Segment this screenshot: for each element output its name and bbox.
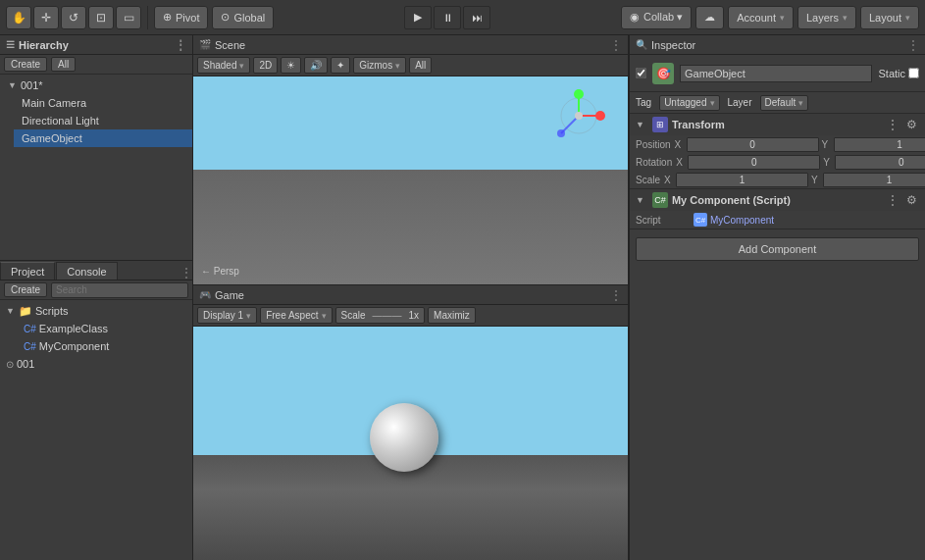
rotation-x-field: X <box>676 155 820 170</box>
tab-project[interactable]: Project <box>0 262 55 280</box>
transform-menu-btn[interactable]: ⋮ <box>885 118 900 131</box>
scale-x-input[interactable] <box>676 173 808 187</box>
static-label: Static <box>878 68 905 79</box>
position-xyz: X Y Z <box>675 137 925 152</box>
hierarchy-header: ☰ Hierarchy ⋮ <box>0 35 192 55</box>
cloud-icon: ☁ <box>704 11 715 24</box>
hierarchy-item-main-camera[interactable]: Main Camera <box>14 94 192 112</box>
play-btn[interactable]: ▶ <box>404 6 432 29</box>
audio-btn[interactable]: 🔊 <box>304 57 328 74</box>
playmode-controls: ▶ ⏸ ⏭ <box>404 6 490 29</box>
inspector-menu-btn[interactable]: ⋮ <box>907 38 919 52</box>
rotation-label: Rotation <box>636 157 672 168</box>
transform-settings-btn[interactable]: ⚙ <box>904 118 919 131</box>
game-header: 🎮 Game ⋮ <box>193 285 628 305</box>
aspect-dropdown[interactable]: Free Aspect ▾ <box>260 307 332 324</box>
rotation-y-field: Y <box>823 155 925 170</box>
script-name[interactable]: MyComponent <box>710 215 774 226</box>
scale-y-input[interactable] <box>823 173 925 187</box>
add-component-btn[interactable]: Add Component <box>636 237 919 261</box>
effects-btn[interactable]: ✦ <box>331 57 350 74</box>
global-dropdown[interactable]: ⊙ Global <box>212 6 274 29</box>
hierarchy-all-btn[interactable]: All <box>51 57 76 72</box>
step-btn[interactable]: ⏭ <box>463 6 490 29</box>
my-component-settings-btn[interactable]: ⚙ <box>904 193 919 207</box>
inspector-gameobject-row: 🎯 Static <box>630 55 925 92</box>
rotate-tool-btn[interactable]: ↺ <box>61 6 86 29</box>
project-create-btn[interactable]: Create <box>4 282 47 297</box>
rotation-x-input[interactable] <box>688 155 820 170</box>
scene-persp-label: ← Persp <box>201 266 239 277</box>
exampleclass-icon: C# <box>24 324 36 334</box>
gameobject-icon: 🎯 <box>652 63 674 84</box>
tag-label: Tag <box>636 97 651 108</box>
layout-dropdown[interactable]: Layout ▾ <box>860 6 919 29</box>
main-area: ☰ Hierarchy ⋮ Create All ▼ 001* Main Cam… <box>0 35 925 560</box>
project-menu-btn[interactable]: ⋮ <box>180 266 192 280</box>
game-view-panel: 🎮 Game ⋮ Display 1 ▾ Free Aspect ▾ Scale… <box>193 285 628 560</box>
collab-dropdown[interactable]: ◉ Collab ▾ <box>621 6 692 29</box>
scene-all-btn[interactable]: All <box>409 57 432 74</box>
2d-toggle[interactable]: 2D <box>253 57 278 74</box>
rotation-y-input[interactable] <box>835 155 925 170</box>
gizmos-dropdown[interactable]: Gizmos ▾ <box>353 57 406 74</box>
divider-1 <box>147 6 148 29</box>
static-checkbox[interactable] <box>908 68 919 78</box>
project-search-input[interactable] <box>51 282 188 298</box>
rect-tool-btn[interactable]: ▭ <box>116 6 141 29</box>
account-dropdown[interactable]: Account ▾ <box>728 6 794 29</box>
svg-point-6 <box>557 129 565 137</box>
transform-header[interactable]: ▼ ⊞ Transform ⋮ ⚙ <box>630 114 925 135</box>
scale-xyz: X Y Z <box>664 173 925 187</box>
pivot-dropdown[interactable]: ⊕ Pivot <box>154 6 208 29</box>
my-component-menu-btn[interactable]: ⋮ <box>885 193 900 207</box>
scale-tool-btn[interactable]: ⊡ <box>88 6 114 29</box>
tag-dropdown[interactable]: Untagged ▾ <box>659 95 719 111</box>
layer-dropdown[interactable]: Default ▾ <box>760 95 809 111</box>
pause-btn[interactable]: ⏸ <box>434 6 461 29</box>
position-label: Position <box>636 139 671 150</box>
asset-001-icon: ⊙ <box>6 359 14 370</box>
hierarchy-item-directional-light[interactable]: Directional Light <box>14 112 192 129</box>
gameobject-active-toggle[interactable] <box>636 68 646 78</box>
scene-toolbar: Shaded ▾ 2D ☀ 🔊 ✦ Gizmos ▾ All <box>193 55 628 76</box>
position-x-input[interactable] <box>687 137 819 152</box>
scale-control[interactable]: Scale ——— 1x <box>335 307 426 324</box>
project-item-001[interactable]: ⊙ 001 <box>0 355 192 373</box>
game-menu-btn[interactable]: ⋮ <box>610 288 622 302</box>
display-dropdown[interactable]: Display 1 ▾ <box>197 307 257 324</box>
gameobject-name-input[interactable] <box>680 65 872 82</box>
hand-tool-btn[interactable]: ✋ <box>6 6 31 29</box>
position-y-field: Y <box>822 137 925 152</box>
move-tool-btn[interactable]: ✛ <box>33 6 59 29</box>
scale-row: Scale X Y Z <box>630 171 925 188</box>
lighting-btn[interactable]: ☀ <box>281 57 301 74</box>
project-item-exampleclass[interactable]: C# ExampleClass <box>0 320 192 337</box>
project-controls: Create <box>0 280 192 300</box>
project-item-mycomponent[interactable]: C# MyComponent <box>0 337 192 355</box>
scene-title: Scene <box>215 39 245 51</box>
toolbar: ✋ ✛ ↺ ⊡ ▭ ⊕ Pivot ⊙ Global ▶ ⏸ ⏭ ◉ Colla… <box>0 0 925 35</box>
game-viewport[interactable] <box>193 327 628 560</box>
shaded-dropdown[interactable]: Shaded ▾ <box>197 57 250 74</box>
scene-viewport[interactable]: ← Persp <box>193 76 628 284</box>
project-item-scripts[interactable]: ▼ 📁 Scripts <box>0 302 192 320</box>
my-component-header[interactable]: ▼ C# My Component (Script) ⋮ ⚙ <box>630 189 925 211</box>
script-value: C# MyComponent <box>694 213 919 227</box>
svg-point-7 <box>575 112 583 120</box>
hierarchy-item-gameobject[interactable]: GameObject <box>14 129 192 147</box>
scripts-folder-icon: 📁 <box>19 305 32 318</box>
hierarchy-title: Hierarchy <box>19 39 69 51</box>
scene-menu-btn[interactable]: ⋮ <box>610 38 622 52</box>
layers-arrow: ▾ <box>843 13 848 23</box>
hierarchy-panel: ☰ Hierarchy ⋮ Create All ▼ 001* Main Cam… <box>0 35 192 261</box>
hierarchy-create-btn[interactable]: Create <box>4 57 47 72</box>
tab-console[interactable]: Console <box>56 262 117 280</box>
layers-dropdown[interactable]: Layers ▾ <box>797 6 856 29</box>
maximize-btn[interactable]: Maximiz <box>428 307 476 324</box>
hierarchy-menu-btn[interactable]: ⋮ <box>175 38 186 52</box>
collab-icon: ◉ <box>630 11 640 24</box>
hierarchy-root[interactable]: ▼ 001* <box>0 76 192 94</box>
position-y-input[interactable] <box>834 137 925 152</box>
cloud-btn[interactable]: ☁ <box>695 6 724 29</box>
